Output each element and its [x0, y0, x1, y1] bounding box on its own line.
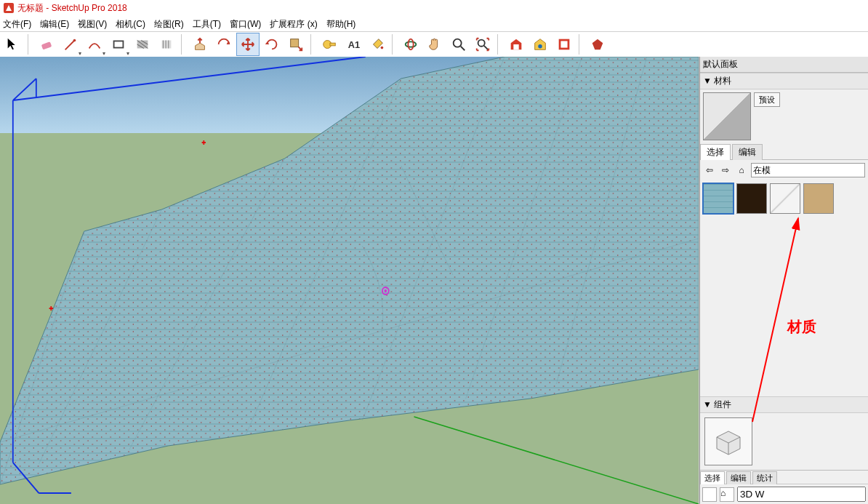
- menu-edit[interactable]: 编辑(E): [40, 18, 69, 31]
- toolbar-separator: [181, 34, 186, 55]
- ext-warehouse-button[interactable]: [529, 33, 552, 56]
- rect-stripe-tool[interactable]: [131, 33, 154, 56]
- menu-draw[interactable]: 绘图(R): [154, 18, 184, 31]
- warehouse-button[interactable]: [505, 33, 528, 56]
- toolbar-separator: [28, 34, 33, 55]
- tab-select[interactable]: 选择: [700, 144, 731, 160]
- default-tray: 默认面板 ▼ 材料 预设 选择 编辑 ⇦ ⇨ ⌂ ▼ 组件 选择: [699, 57, 868, 504]
- menu-file[interactable]: 文件(F): [3, 18, 31, 31]
- preset-button[interactable]: 预设: [754, 92, 780, 107]
- toolbar-separator: [310, 34, 316, 55]
- materials-swatch-grid: [700, 180, 868, 217]
- swatch-dark-wood[interactable]: [736, 183, 767, 214]
- comp-view-icon[interactable]: [702, 487, 717, 502]
- line-tool[interactable]: [59, 33, 82, 56]
- svg-point-16: [538, 44, 542, 49]
- scale-tool[interactable]: [284, 33, 308, 56]
- current-material-swatch[interactable]: [703, 92, 751, 140]
- eraser-tool[interactable]: [35, 33, 58, 56]
- components-tabs: 选择 编辑 统计: [700, 470, 868, 484]
- paint-bucket-tool[interactable]: [366, 33, 389, 56]
- menu-view[interactable]: 视图(V): [78, 18, 107, 31]
- svg-point-10: [381, 47, 384, 49]
- orbit-tool[interactable]: [399, 33, 422, 56]
- svg-point-11: [406, 41, 417, 47]
- materials-library-select[interactable]: [751, 163, 865, 177]
- select-tool[interactable]: [1, 33, 25, 56]
- svg-rect-8: [330, 43, 335, 46]
- text-tool[interactable]: A1: [342, 33, 365, 56]
- offset-tool[interactable]: [212, 33, 236, 56]
- layout-button[interactable]: [552, 33, 576, 56]
- tape-tool[interactable]: [318, 33, 341, 56]
- window-title: 无标题 - SketchUp Pro 2018: [17, 2, 127, 15]
- comp-tab-select[interactable]: 选择: [700, 471, 725, 484]
- nav-back-icon[interactable]: ⇦: [703, 164, 716, 177]
- components-header[interactable]: ▼ 组件: [700, 396, 868, 413]
- svg-rect-18: [560, 41, 567, 47]
- nav-fwd-icon[interactable]: ⇨: [719, 164, 732, 177]
- pan-tool[interactable]: [423, 33, 446, 56]
- home-icon[interactable]: ⌂: [735, 164, 748, 177]
- swatch-blue-siding[interactable]: [703, 183, 734, 214]
- svg-point-25: [385, 289, 387, 292]
- component-thumbnail[interactable]: [704, 417, 752, 465]
- zoom-extents-tool[interactable]: [471, 33, 494, 56]
- svg-rect-15: [513, 44, 518, 49]
- comp-tab-edit[interactable]: 编辑: [726, 471, 751, 484]
- menu-tools[interactable]: 工具(T): [193, 18, 221, 31]
- toolbar-separator: [392, 34, 397, 55]
- materials-tabs: 选择 编辑: [700, 143, 868, 160]
- zoom-tool[interactable]: [447, 33, 470, 56]
- pushpull-tool[interactable]: [188, 33, 212, 56]
- menubar: 文件(F) 编辑(E) 视图(V) 相机(C) 绘图(R) 工具(T) 窗口(W…: [0, 17, 868, 31]
- menu-help[interactable]: 帮助(H): [326, 18, 356, 31]
- components-library-select[interactable]: [737, 487, 866, 502]
- swatch-tan[interactable]: [803, 183, 834, 214]
- svg-rect-3: [114, 41, 124, 47]
- svg-point-2: [73, 39, 76, 42]
- model-viewport[interactable]: [0, 57, 699, 504]
- ruby-console-button[interactable]: [586, 33, 609, 56]
- menu-camera[interactable]: 相机(C): [116, 18, 145, 31]
- materials-header[interactable]: ▼ 材料: [700, 73, 868, 89]
- svg-text:A1: A1: [348, 39, 360, 50]
- toolbar-separator: [497, 34, 502, 55]
- comp-tab-stats[interactable]: 统计: [752, 471, 777, 484]
- tab-edit[interactable]: 编辑: [732, 144, 763, 160]
- titlebar: 无标题 - SketchUp Pro 2018: [0, 0, 868, 17]
- svg-point-14: [478, 40, 485, 47]
- arc-tool[interactable]: [83, 33, 106, 56]
- svg-rect-6: [291, 39, 299, 47]
- svg-point-12: [408, 39, 413, 50]
- rotate-tool[interactable]: [260, 33, 284, 56]
- svg-point-13: [454, 39, 462, 47]
- tray-title: 默认面板: [700, 57, 868, 73]
- comp-home-icon[interactable]: ⌂: [720, 487, 734, 502]
- svg-rect-1: [41, 41, 52, 49]
- shape-tool[interactable]: [107, 33, 130, 56]
- svg-line-23: [414, 417, 699, 504]
- swatch-white-diag[interactable]: [770, 183, 800, 214]
- app-icon: [3, 2, 15, 14]
- main-toolbar: A1: [0, 31, 868, 57]
- toolbar-separator: [579, 34, 584, 55]
- move-tool[interactable]: [236, 33, 260, 56]
- menu-ext[interactable]: 扩展程序 (x): [270, 18, 317, 31]
- rib-tool[interactable]: [155, 33, 178, 56]
- menu-window[interactable]: 窗口(W): [230, 18, 261, 31]
